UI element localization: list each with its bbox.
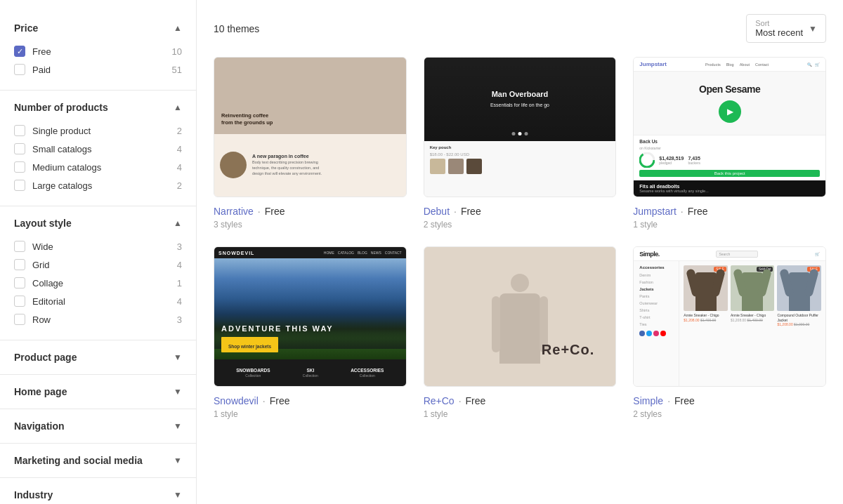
industry-title: Industry <box>14 489 53 500</box>
layout-style-section: Layout style ▲ Wide 3 Grid 4 <box>0 206 196 340</box>
filter-row-editorial: Editorial 4 <box>14 292 182 310</box>
industry-header[interactable]: Industry ▼ <box>14 489 182 500</box>
checkbox-large-catalogs[interactable] <box>14 180 25 191</box>
theme-price-simple: Free <box>674 395 695 406</box>
marketing-social-title: Marketing and social media <box>14 455 143 466</box>
theme-info-reco: Re+Co · Free 1 style <box>424 395 617 419</box>
checkbox-medium-catalogs[interactable] <box>14 161 25 173</box>
industry-chevron: ▼ <box>174 490 182 500</box>
home-page-chevron: ▼ <box>174 387 182 397</box>
themes-count: 10 themes <box>214 23 259 34</box>
filter-row-small: Small catalogs 4 <box>14 140 182 158</box>
industry-section: Industry ▼ <box>0 478 196 504</box>
theme-card-debut[interactable]: Man OverboardEssentials for life on the … <box>424 57 617 230</box>
filter-label-free: Free <box>32 46 51 57</box>
home-page-title: Home page <box>14 386 67 397</box>
marketing-social-section: Marketing and social media ▼ <box>0 444 196 478</box>
sort-dropdown[interactable]: Sort Most recent ▼ <box>746 14 826 43</box>
checkbox-small-catalogs[interactable] <box>14 143 25 154</box>
sort-chevron-icon: ▼ <box>809 24 817 34</box>
filter-label-row: Row <box>32 314 51 325</box>
filter-count-wide: 3 <box>177 241 182 252</box>
filter-row-row: Row 3 <box>14 310 182 329</box>
theme-preview-reco: Re+Co. <box>424 246 617 387</box>
theme-styles-snowdevil: 1 style <box>214 409 407 419</box>
home-page-section: Home page ▼ <box>0 375 196 409</box>
filter-count-medium: 4 <box>177 162 182 173</box>
marketing-social-chevron: ▼ <box>174 456 182 465</box>
theme-card-simple[interactable]: Simple. Search 🛒 Acces <box>633 246 826 419</box>
theme-name-snowdevil: Snowdevil <box>214 395 259 406</box>
filter-count-row: 3 <box>177 314 182 325</box>
theme-preview-snowdevil: SNOWDEVIL HOME CATALOG BLOG NEWS CONTACT <box>214 246 407 387</box>
theme-card-jumpstart[interactable]: Jumpstart Products Blog About Contact 🔍 … <box>633 57 826 230</box>
filter-label-paid: Paid <box>32 65 51 75</box>
price-section-title: Price <box>14 22 38 34</box>
theme-info-simple: Simple · Free 2 styles <box>633 395 826 419</box>
theme-name-jumpstart: Jumpstart <box>633 206 676 217</box>
navigation-header[interactable]: Navigation ▼ <box>14 420 182 432</box>
price-section-header[interactable]: Price ▲ <box>14 22 182 34</box>
theme-preview-jumpstart: Jumpstart Products Blog About Contact 🔍 … <box>633 57 826 197</box>
layout-style-header[interactable]: Layout style ▲ <box>14 218 182 229</box>
filter-row-wide: Wide 3 <box>14 237 182 256</box>
theme-info-debut: Debut · Free 2 styles <box>424 206 617 230</box>
filter-label-single: Single product <box>32 126 91 136</box>
sort-label: Sort <box>755 19 803 27</box>
checkbox-grid[interactable] <box>14 259 25 270</box>
navigation-chevron: ▼ <box>174 421 182 431</box>
theme-price-reco: Free <box>466 395 486 406</box>
number-of-products-header[interactable]: Number of products ▲ <box>14 102 182 113</box>
checkbox-single-product[interactable] <box>14 125 25 136</box>
app-layout: Price ▲ Free 10 Paid 51 Number o <box>0 0 843 504</box>
theme-info-jumpstart: Jumpstart · Free 1 style <box>633 206 826 230</box>
marketing-social-header[interactable]: Marketing and social media ▼ <box>14 455 182 466</box>
checkbox-paid[interactable] <box>14 64 25 75</box>
theme-styles-reco: 1 style <box>424 409 617 419</box>
home-page-header[interactable]: Home page ▼ <box>14 386 182 397</box>
filter-row-free: Free 10 <box>14 42 182 60</box>
number-of-products-chevron: ▲ <box>174 102 182 112</box>
filter-count-collage: 1 <box>177 278 182 289</box>
filter-label-medium: Medium catalogs <box>32 162 101 173</box>
sort-value: Most recent <box>755 27 803 38</box>
checkbox-wide[interactable] <box>14 241 25 252</box>
product-page-chevron: ▼ <box>174 352 182 362</box>
theme-price-snowdevil: Free <box>270 395 290 406</box>
number-of-products-title: Number of products <box>14 102 108 113</box>
number-of-products-section: Number of products ▲ Single product 2 Sm… <box>0 91 196 206</box>
filter-count-single: 2 <box>177 126 182 136</box>
theme-card-reco[interactable]: Re+Co. Re+Co · Free 1 style <box>424 246 617 419</box>
theme-name-simple: Simple <box>633 395 663 406</box>
filter-count-large: 2 <box>177 180 182 191</box>
checkbox-row[interactable] <box>14 314 25 325</box>
theme-info-narrative: Narrative · Free 3 styles <box>214 206 407 230</box>
filter-row-single: Single product 2 <box>14 121 182 140</box>
theme-name-narrative: Narrative <box>214 206 254 217</box>
theme-info-snowdevil: Snowdevil · Free 1 style <box>214 395 407 419</box>
main-content: 10 themes Sort Most recent ▼ Reinventing… <box>197 0 843 504</box>
theme-card-narrative[interactable]: Reinventing coffeefrom the grounds up A … <box>214 57 407 230</box>
filter-row-medium: Medium catalogs 4 <box>14 158 182 176</box>
price-section: Price ▲ Free 10 Paid 51 <box>0 11 196 91</box>
filter-count-free: 10 <box>172 46 182 57</box>
product-page-header[interactable]: Product page ▼ <box>14 352 182 363</box>
layout-style-title: Layout style <box>14 218 72 229</box>
theme-preview-narrative: Reinventing coffeefrom the grounds up A … <box>214 57 407 197</box>
theme-styles-simple: 2 styles <box>633 409 826 419</box>
checkbox-editorial[interactable] <box>14 296 25 307</box>
theme-card-snowdevil[interactable]: SNOWDEVIL HOME CATALOG BLOG NEWS CONTACT <box>214 246 407 419</box>
filter-label-grid: Grid <box>32 260 50 270</box>
filter-count-grid: 4 <box>177 260 182 270</box>
layout-style-chevron: ▲ <box>174 218 182 228</box>
product-page-section: Product page ▼ <box>0 340 196 375</box>
themes-grid: Reinventing coffeefrom the grounds up A … <box>214 57 826 419</box>
theme-price-narrative: Free <box>265 206 285 217</box>
filter-count-editorial: 4 <box>177 296 182 307</box>
checkbox-collage[interactable] <box>14 277 25 289</box>
filter-label-collage: Collage <box>32 278 63 289</box>
navigation-section: Navigation ▼ <box>0 409 196 444</box>
checkbox-free[interactable] <box>14 46 25 57</box>
filter-label-small: Small catalogs <box>32 144 92 154</box>
theme-preview-simple: Simple. Search 🛒 Acces <box>633 246 826 387</box>
